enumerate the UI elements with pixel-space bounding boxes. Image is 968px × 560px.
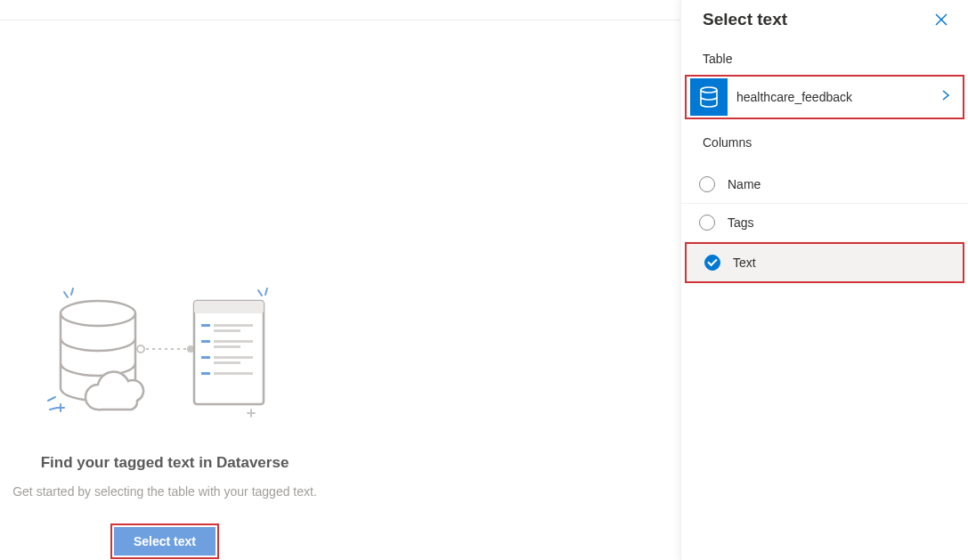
svg-point-11 [137, 345, 144, 353]
svg-rect-26 [214, 372, 253, 375]
svg-line-6 [258, 290, 262, 296]
svg-rect-24 [214, 361, 240, 364]
svg-rect-16 [201, 324, 210, 327]
radio-unchecked [699, 176, 715, 192]
svg-rect-14 [194, 301, 264, 404]
top-divider [0, 20, 680, 20]
svg-point-29 [701, 87, 717, 93]
column-label: Name [728, 177, 761, 191]
svg-line-3 [50, 408, 57, 410]
svg-line-0 [64, 292, 68, 297]
svg-rect-21 [214, 345, 240, 348]
panel-header: Select text [681, 0, 968, 36]
svg-rect-15 [194, 301, 264, 313]
svg-rect-23 [214, 356, 253, 359]
empty-state: Find your tagged text in Dataverse Get s… [0, 454, 329, 559]
svg-rect-25 [201, 372, 210, 375]
select-text-button[interactable]: Select text [114, 527, 216, 556]
svg-line-2 [48, 397, 55, 401]
column-option-name[interactable]: Name [681, 166, 968, 204]
svg-rect-19 [201, 340, 210, 343]
radio-unchecked [699, 215, 715, 231]
svg-rect-17 [214, 324, 253, 327]
svg-line-1 [71, 288, 73, 295]
column-option-text-highlight: Text [685, 242, 964, 283]
database-icon [690, 78, 728, 116]
svg-rect-20 [214, 340, 253, 343]
svg-rect-22 [201, 356, 210, 359]
empty-state-heading: Find your tagged text in Dataverse [41, 454, 289, 472]
column-label: Text [733, 256, 756, 270]
svg-point-10 [61, 301, 135, 326]
column-option-text[interactable]: Text [687, 244, 963, 281]
table-name: healthcare_feedback [736, 90, 932, 104]
svg-rect-18 [214, 329, 240, 332]
close-button[interactable] [931, 9, 952, 30]
column-option-tags[interactable]: Tags [681, 204, 968, 242]
table-section-label: Table [681, 36, 968, 75]
columns-section-label: Columns [681, 119, 968, 158]
dataverse-illustration [45, 285, 276, 427]
chevron-right-icon [941, 89, 959, 105]
panel-title: Select text [703, 10, 787, 29]
svg-line-7 [265, 288, 267, 295]
table-picker-highlight: healthcare_feedback [685, 75, 964, 119]
close-icon [934, 12, 948, 27]
empty-state-subtext: Get started by selecting the table with … [12, 484, 317, 499]
columns-list: Name Tags Text [681, 166, 968, 283]
svg-point-13 [188, 346, 193, 352]
table-picker[interactable]: healthcare_feedback [690, 78, 959, 116]
select-text-panel: Select text Table healthcare_feedback [680, 0, 968, 560]
column-label: Tags [728, 215, 754, 230]
radio-checked [704, 255, 720, 271]
select-text-button-highlight: Select text [110, 523, 219, 559]
